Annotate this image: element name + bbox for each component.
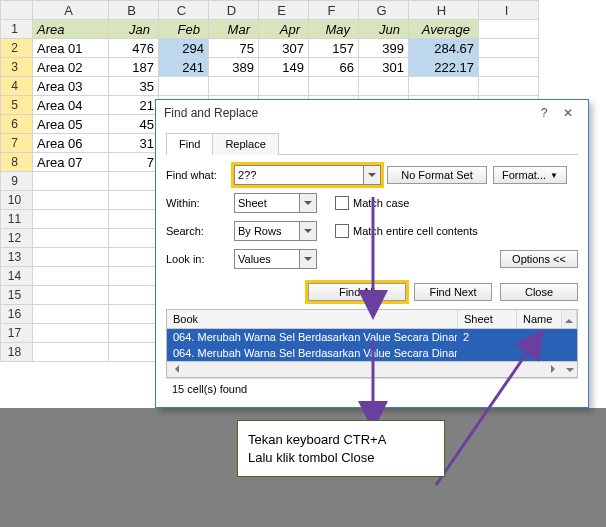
cell[interactable]: 389 <box>209 58 259 77</box>
cell[interactable]: 187 <box>109 58 159 77</box>
cell[interactable] <box>33 248 109 267</box>
cell[interactable] <box>33 343 109 362</box>
cell[interactable] <box>259 77 309 96</box>
match-entire-checkbox[interactable]: Match entire cell contents <box>335 224 478 238</box>
within-label: Within: <box>166 197 228 209</box>
cell[interactable] <box>479 39 539 58</box>
cell[interactable]: 294 <box>159 39 209 58</box>
cell[interactable]: Average <box>409 20 479 39</box>
cell[interactable] <box>109 172 159 191</box>
cell[interactable]: 21 <box>109 96 159 115</box>
cell[interactable]: 222.17 <box>409 58 479 77</box>
cell[interactable]: 241 <box>159 58 209 77</box>
cell[interactable] <box>109 191 159 210</box>
tab-find[interactable]: Find <box>166 133 213 155</box>
cell[interactable] <box>109 286 159 305</box>
cell[interactable] <box>33 210 109 229</box>
close-button[interactable]: Close <box>500 283 578 301</box>
col-name[interactable]: Name <box>517 310 562 328</box>
cell[interactable] <box>33 305 109 324</box>
cell[interactable]: Area 02 <box>33 58 109 77</box>
cell[interactable] <box>479 20 539 39</box>
cell[interactable]: Area 04 <box>33 96 109 115</box>
cell[interactable]: 157 <box>309 39 359 58</box>
cell[interactable]: Area <box>33 20 109 39</box>
cell[interactable] <box>109 343 159 362</box>
cell[interactable] <box>33 324 109 343</box>
cell[interactable]: 35 <box>109 77 159 96</box>
cell[interactable] <box>33 286 109 305</box>
cell[interactable]: 45 <box>109 115 159 134</box>
chevron-down-icon[interactable] <box>364 165 381 185</box>
col-book[interactable]: Book <box>167 310 458 328</box>
cell[interactable]: 7 <box>109 153 159 172</box>
svg-line-2 <box>436 341 535 485</box>
annotation-arrow-1 <box>365 197 385 317</box>
cell[interactable]: 284.67 <box>409 39 479 58</box>
search-label: Search: <box>166 225 228 237</box>
annotation-arrow-2 <box>365 340 385 428</box>
dialog-title: Find and Replace <box>164 106 532 120</box>
cell[interactable] <box>209 77 259 96</box>
chevron-down-icon[interactable] <box>300 221 317 241</box>
help-icon[interactable]: ? <box>532 106 556 120</box>
cell[interactable]: 31 <box>109 134 159 153</box>
options-button[interactable]: Options << <box>500 250 578 268</box>
cell[interactable]: Area 01 <box>33 39 109 58</box>
lookin-select[interactable]: Values <box>234 249 317 269</box>
find-all-button[interactable]: Find All <box>308 283 406 301</box>
chevron-down-icon[interactable] <box>300 193 317 213</box>
chevron-down-icon[interactable] <box>300 249 317 269</box>
scroll-up-icon[interactable] <box>562 310 577 328</box>
cell[interactable]: Area 03 <box>33 77 109 96</box>
cell[interactable]: May <box>309 20 359 39</box>
cell[interactable] <box>109 305 159 324</box>
cell[interactable] <box>159 77 209 96</box>
cell[interactable]: Jun <box>359 20 409 39</box>
no-format-button[interactable]: No Format Set <box>387 166 487 184</box>
annotation-arrow-3 <box>430 335 550 497</box>
cell[interactable] <box>479 58 539 77</box>
cell[interactable] <box>109 324 159 343</box>
cell[interactable] <box>109 229 159 248</box>
find-what-input[interactable]: 2?? <box>234 165 381 185</box>
cell[interactable]: Area 07 <box>33 153 109 172</box>
lookin-label: Look in: <box>166 253 228 265</box>
cell[interactable] <box>309 77 359 96</box>
cell[interactable]: 301 <box>359 58 409 77</box>
cell[interactable] <box>109 210 159 229</box>
cell[interactable] <box>359 77 409 96</box>
cell[interactable]: 66 <box>309 58 359 77</box>
cell[interactable] <box>33 229 109 248</box>
cell[interactable] <box>109 248 159 267</box>
within-select[interactable]: Sheet <box>234 193 317 213</box>
instruction-tooltip: Tekan keyboard CTR+A Lalu klik tombol Cl… <box>237 420 445 477</box>
cell[interactable]: Area 05 <box>33 115 109 134</box>
cell[interactable] <box>33 191 109 210</box>
cell[interactable]: 75 <box>209 39 259 58</box>
cell[interactable]: Jan <box>109 20 159 39</box>
cell[interactable] <box>409 77 479 96</box>
cell[interactable]: 149 <box>259 58 309 77</box>
col-sheet[interactable]: Sheet <box>458 310 517 328</box>
cell[interactable]: 476 <box>109 39 159 58</box>
cell[interactable]: Apr <box>259 20 309 39</box>
dialog-tabs: Find Replace <box>166 132 578 155</box>
cell[interactable]: Mar <box>209 20 259 39</box>
tab-replace[interactable]: Replace <box>212 133 278 155</box>
cell[interactable] <box>33 172 109 191</box>
cell[interactable] <box>33 267 109 286</box>
search-select[interactable]: By Rows <box>234 221 317 241</box>
cell[interactable]: 307 <box>259 39 309 58</box>
close-icon[interactable]: ✕ <box>556 106 580 120</box>
format-button[interactable]: Format...▼ <box>493 166 567 184</box>
cell[interactable]: Area 06 <box>33 134 109 153</box>
cell[interactable] <box>109 267 159 286</box>
find-next-button[interactable]: Find Next <box>414 283 492 301</box>
dialog-titlebar[interactable]: Find and Replace ? ✕ <box>156 100 588 126</box>
cell[interactable]: 399 <box>359 39 409 58</box>
scroll-down-icon[interactable] <box>563 361 577 377</box>
find-what-label: Find what: <box>166 169 228 181</box>
cell[interactable]: Feb <box>159 20 209 39</box>
cell[interactable] <box>479 77 539 96</box>
